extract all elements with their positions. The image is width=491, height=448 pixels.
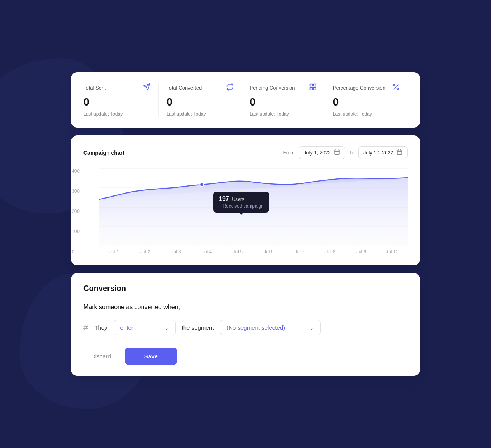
svg-rect-13 — [397, 150, 402, 155]
stat-header-sent: Total Sent — [83, 83, 150, 93]
stat-header-percentage: Percentage Conversion — [333, 83, 400, 93]
stat-title-converted: Total Converted — [166, 85, 202, 91]
stat-update-percentage: Last update: Today — [333, 111, 400, 117]
chart-title: Campaign chart — [83, 150, 124, 156]
x-label-jul2: Jul 2 — [130, 249, 161, 254]
send-icon — [143, 83, 150, 93]
stat-header-converted: Total Converted — [166, 83, 233, 93]
chart-y-axis: 400 300 200 100 0 — [72, 168, 80, 254]
x-label-jul6: Jul 6 — [253, 249, 284, 254]
from-date-input[interactable]: July 1, 2022 — [299, 146, 345, 159]
action-dropdown-value: enter — [120, 324, 133, 331]
x-label-jul3: Jul 3 — [161, 249, 192, 254]
y-label-100: 100 — [72, 229, 80, 234]
date-range: From July 1, 2022 To July 10, 2022 — [283, 146, 408, 159]
segment-dropdown-value: (No segment selected) — [226, 324, 285, 331]
x-label-jul7: Jul 7 — [284, 249, 315, 254]
stat-update-pending: Last update: Today — [250, 111, 317, 117]
stat-total-sent: Total Sent 0 Last update: Today — [83, 83, 159, 117]
stat-value-sent: 0 — [83, 96, 150, 108]
discard-button[interactable]: Discard — [83, 348, 119, 364]
action-dropdown-arrow: ⌄ — [164, 325, 169, 331]
main-container: Total Sent 0 Last update: Today Total Co… — [71, 72, 420, 376]
save-button[interactable]: Save — [125, 348, 177, 365]
percentage-icon — [392, 83, 400, 93]
stat-total-converted: Total Converted 0 Last update: Today — [159, 83, 242, 117]
svg-line-6 — [394, 85, 398, 89]
conversion-title: Conversion — [83, 284, 408, 293]
stat-pending-conversion: Pending Conversion 0 Last update: Today — [242, 83, 325, 117]
x-label-jul4: Jul 4 — [192, 249, 223, 254]
conversion-actions: Discard Save — [83, 348, 408, 365]
from-date-value: July 1, 2022 — [304, 150, 331, 156]
svg-rect-4 — [313, 88, 316, 90]
svg-rect-5 — [310, 88, 312, 90]
convert-icon — [226, 83, 234, 93]
svg-rect-2 — [310, 84, 312, 86]
chart-x-axis: Jul 1 Jul 2 Jul 3 Jul 4 Jul 5 Jul 6 Jul … — [99, 249, 408, 254]
conversion-row: # They enter ⌄ the segment (No segment s… — [83, 320, 408, 335]
segment-dropdown-arrow: ⌄ — [309, 325, 314, 331]
stat-update-sent: Last update: Today — [83, 111, 150, 117]
chart-card: Campaign chart From July 1, 2022 To — [71, 135, 420, 265]
from-label: From — [283, 150, 294, 156]
chart-header: Campaign chart From July 1, 2022 To — [83, 146, 408, 159]
stats-card: Total Sent 0 Last update: Today Total Co… — [71, 72, 420, 128]
stat-value-pending: 0 — [250, 96, 317, 108]
x-label-jul9: Jul 9 — [346, 249, 377, 254]
hash-icon: # — [83, 323, 88, 333]
x-label-jul10: Jul 10 — [377, 249, 408, 254]
calendar-to-icon — [396, 149, 403, 156]
chart-area: 197 Users + Received campaign — [99, 168, 408, 246]
y-label-300: 300 — [72, 189, 80, 194]
calendar-from-icon — [334, 149, 340, 156]
x-label-jul8: Jul 8 — [315, 249, 346, 254]
to-date-input[interactable]: July 10, 2022 — [358, 146, 408, 159]
segment-dropdown[interactable]: (No segment selected) ⌄ — [220, 320, 321, 335]
stat-update-converted: Last update: Today — [166, 111, 233, 117]
stat-title-pending: Pending Conversion — [250, 85, 295, 91]
conversion-card: Conversion Mark someone as converted whe… — [71, 273, 420, 376]
svg-point-8 — [397, 88, 399, 90]
pending-icon — [309, 83, 317, 93]
stat-value-percentage: 0 — [333, 96, 400, 108]
segment-text: the segment — [182, 324, 214, 331]
x-label-jul5: Jul 5 — [222, 249, 253, 254]
stat-value-converted: 0 — [166, 96, 233, 108]
to-date-value: July 10, 2022 — [363, 150, 393, 156]
chart-svg — [99, 168, 408, 246]
chart-point — [200, 183, 204, 187]
y-label-200: 200 — [72, 209, 80, 214]
conversion-subtitle: Mark someone as converted when; — [83, 304, 408, 311]
stat-title-sent: Total Sent — [83, 85, 106, 91]
stat-percentage-conversion: Percentage Conversion 0 Last update: Tod… — [325, 83, 408, 117]
action-dropdown[interactable]: enter ⌄ — [114, 320, 176, 335]
chart-wrapper: 400 300 200 100 0 197 Users + Received c… — [83, 168, 408, 254]
y-label-400: 400 — [72, 168, 80, 174]
y-label-0: 0 — [72, 249, 80, 254]
to-label: To — [349, 150, 354, 156]
svg-rect-9 — [335, 150, 339, 155]
stat-title-percentage: Percentage Conversion — [333, 85, 386, 91]
x-label-jul1: Jul 1 — [99, 249, 130, 254]
svg-point-7 — [393, 84, 395, 86]
they-text: They — [94, 324, 107, 331]
stat-header-pending: Pending Conversion — [250, 83, 317, 93]
svg-rect-3 — [313, 84, 316, 86]
